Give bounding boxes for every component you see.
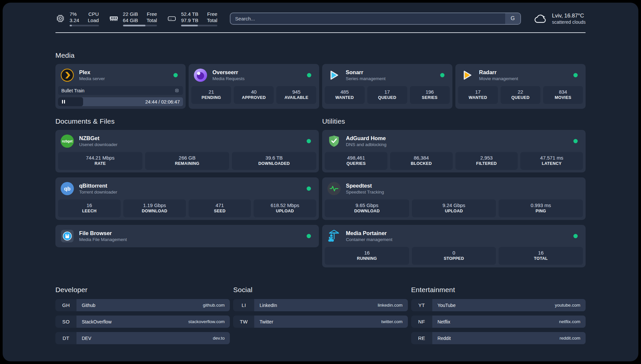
service-card-filebrowser[interactable]: File Browser Media File Management	[55, 225, 319, 247]
stat-rate: 744.21 Mbps RATE	[58, 152, 142, 170]
bookmark-abbr: LI	[233, 299, 254, 311]
service-card-speedtest[interactable]: Speedtest Speedtest Tracking 9.65 Gbps D…	[322, 177, 586, 220]
service-card-portainer[interactable]: Media Portainer Container management 16 …	[322, 225, 586, 267]
service-name: Sonarr	[346, 69, 386, 76]
service-description: Container management	[346, 237, 392, 242]
bookmark-abbr: NF	[411, 316, 432, 328]
weather-location: Lviv, 16.87°C	[552, 12, 586, 19]
service-name: Radarr	[479, 69, 518, 76]
section-title-media: Media	[55, 51, 586, 59]
search-bar[interactable]: G	[230, 13, 521, 25]
status-dot	[307, 139, 311, 143]
now-playing-settings-icon[interactable]	[174, 88, 180, 93]
bookmark-domain: github.com	[203, 303, 225, 308]
bookmark-reddit[interactable]: RE Reddit reddit.com	[411, 332, 586, 344]
bookmark-twitter[interactable]: TW Twitter twitter.com	[233, 316, 408, 328]
nzbget-icon: nzbget	[61, 135, 74, 148]
stat-label: DOWNLOAD	[125, 208, 185, 214]
memory-icon	[109, 14, 119, 23]
stat-label: LATENCY	[522, 161, 582, 167]
service-card-adguard[interactable]: AdGuard Home DNS and adblocking 498,461 …	[322, 130, 586, 172]
stat-value: 47.571 ms	[522, 155, 582, 161]
stat-latency: 47.571 ms LATENCY	[520, 152, 583, 170]
stat-wanted: 485 WANTED	[325, 86, 365, 104]
stat-value: 16	[59, 202, 119, 208]
service-description: Media server	[79, 76, 105, 81]
stat-download: 1.19 Gbps DOWNLOAD	[123, 199, 186, 217]
service-card-plex[interactable]: Plex Media server Bullet Train	[55, 64, 186, 109]
bookmark-netflix[interactable]: NF Netflix netflix.com	[411, 316, 586, 328]
service-description: Media File Management	[79, 237, 127, 242]
weather-widget[interactable]: Lviv, 16.87°C scattered clouds	[534, 12, 586, 25]
bookmark-linkedin[interactable]: LI LinkedIn linkedin.com	[233, 299, 408, 311]
bookmark-name: LinkedIn	[259, 303, 277, 308]
service-description: Media Requests	[212, 76, 245, 81]
section-utilities: Utilities AdGuard Home DNS	[322, 117, 586, 267]
memory-total-label: Total	[146, 17, 157, 23]
stat-value: 16	[500, 250, 582, 256]
bookmark-youtube[interactable]: YT YouTube youtube.com	[411, 299, 586, 311]
section-title-utilities: Utilities	[322, 117, 586, 125]
service-description: Movie management	[479, 76, 518, 81]
stat-value: 0.993 ms	[500, 202, 582, 208]
stat-value: 22	[502, 89, 539, 95]
section-media: Media Plex Media server	[55, 51, 586, 109]
stat-approved: 40 APPROVED	[234, 86, 274, 104]
bookmark-domain: youtube.com	[555, 303, 580, 308]
service-card-radarr[interactable]: Radarr Movie management 17 WANTED 22 QUE…	[455, 64, 586, 109]
search-provider-button[interactable]: G	[505, 13, 520, 24]
adguard-icon	[327, 135, 341, 148]
bookmark-stackoverflow[interactable]: SO StackOverflow stackoverflow.com	[55, 316, 230, 328]
stat-label: SERIES	[411, 95, 448, 101]
playback-progress-bar[interactable]: 24:44 / 02:06:47	[58, 97, 183, 106]
stat-filtered: 2,953 FILTERED	[455, 152, 518, 170]
bookmark-github[interactable]: GH Github github.com	[55, 299, 230, 311]
disk-progress-bar	[181, 25, 217, 26]
service-name: File Browser	[79, 230, 127, 237]
status-dot	[573, 73, 578, 77]
bookmark-name: Reddit	[438, 336, 451, 341]
stat-value: 618.52 Mbps	[255, 202, 315, 208]
stat-label: UPLOAD	[255, 208, 315, 214]
bookmark-abbr: DT	[55, 332, 76, 344]
cpu-load-value: 3.24	[70, 17, 79, 23]
status-dot	[573, 139, 578, 143]
sonarr-icon	[327, 69, 341, 82]
stat-label: QUEUED	[369, 95, 406, 101]
stat-queued: 22 QUEUED	[501, 86, 540, 104]
service-name: Speedtest	[346, 182, 384, 189]
weather-condition: scattered clouds	[552, 19, 586, 25]
stat-label: WANTED	[326, 95, 363, 101]
pause-icon[interactable]	[61, 100, 65, 104]
stat-label: RATE	[59, 161, 141, 167]
qbittorrent-icon: qb	[61, 182, 74, 195]
stat-value: 744.21 Mbps	[59, 155, 141, 161]
svg-text:nzbget: nzbget	[62, 139, 73, 143]
stat-label: QUEUED	[502, 95, 539, 101]
stat-value: 945	[278, 89, 315, 95]
stat-value: 39.6 TB	[233, 155, 315, 161]
service-description: Torrent downloader	[79, 189, 117, 195]
memory-widget: 22 GiB 64 GiB Free Total	[109, 11, 157, 26]
service-card-nzbget[interactable]: nzbget NZBGet Usenet downloader 744.21 M…	[55, 130, 319, 172]
overseerr-icon	[194, 69, 207, 82]
bookmark-domain: dev.to	[213, 336, 225, 341]
service-card-overseerr[interactable]: Overseerr Media Requests 21 PENDING 40 A…	[189, 64, 319, 109]
stat-value: 834	[544, 89, 582, 95]
cpu-widget: 7% 3.24 CPU Load	[55, 11, 99, 26]
stat-label: PENDING	[193, 95, 230, 101]
service-description: DNS and adblocking	[346, 142, 386, 147]
bookmark-name: Twitter	[259, 319, 273, 324]
service-card-qbittorrent[interactable]: qb qBittorrent Torrent downloader 16	[55, 177, 319, 220]
stat-seed: 471 SEED	[189, 199, 251, 217]
service-card-sonarr[interactable]: Sonarr Series management 485 WANTED 17 Q…	[322, 64, 452, 109]
bookmark-group-social: Social LI LinkedIn linkedin.com TW Twitt…	[233, 286, 408, 344]
bookmark-dev[interactable]: DT DEV dev.to	[55, 332, 230, 344]
stat-value: 0	[413, 250, 495, 256]
now-playing-title: Bullet Train	[61, 88, 84, 93]
stat-label: FILTERED	[457, 161, 517, 167]
search-input[interactable]	[230, 13, 505, 24]
speedtest-icon	[327, 182, 341, 195]
service-description: Usenet downloader	[79, 142, 117, 147]
disk-icon	[167, 14, 177, 23]
